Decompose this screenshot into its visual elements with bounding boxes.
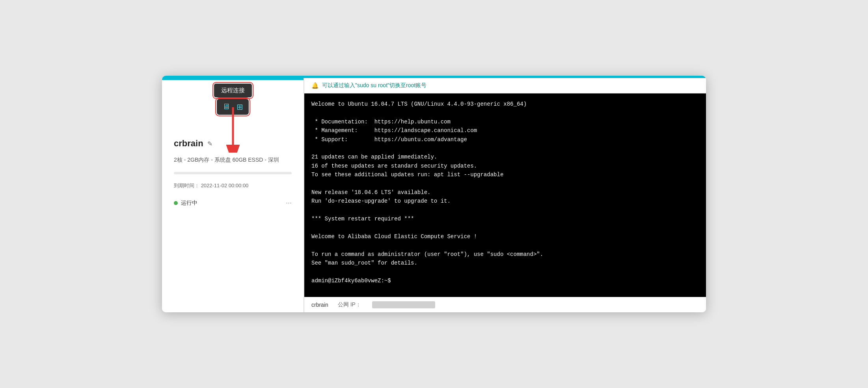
server-name-row: crbrain ✎: [174, 138, 292, 149]
expire-label: 到期时间：: [174, 183, 199, 188]
terminal-footer: crbrain 公网 IP：: [304, 297, 706, 312]
more-icon[interactable]: ···: [286, 199, 292, 207]
terminal-header: 🔔 可以通过输入"sudo su root"切换至root账号: [304, 78, 706, 93]
server-specs: 2核 - 2GB内存 - 系统盘 60GB ESSD - 深圳: [174, 156, 292, 164]
footer-ip-label: 公网 IP：: [338, 301, 361, 308]
footer-server-name: crbrain: [311, 302, 328, 308]
bell-icon: 🔔: [311, 82, 319, 89]
expire-value: 2022-11-02 00:00:00: [201, 183, 249, 188]
monitor-icon[interactable]: 🖥: [222, 102, 230, 112]
progress-bar: [174, 172, 292, 174]
expire-row: 到期时间： 2022-11-02 00:00:00: [174, 182, 292, 189]
server-card: crbrain ✎ 2核 - 2GB内存 - 系统盘 60GB ESSD - 深…: [162, 127, 304, 216]
window-content: 远程连接 🖥 ⊞: [162, 78, 706, 312]
left-panel: 远程连接 🖥 ⊞: [162, 78, 304, 312]
server-name: crbrain: [174, 138, 203, 149]
edit-icon[interactable]: ✎: [207, 140, 212, 147]
grid-icon[interactable]: ⊞: [237, 102, 243, 112]
status-text: 运行中: [181, 200, 197, 207]
toolbar-area: 远程连接 🖥 ⊞: [162, 78, 304, 115]
main-window: 远程连接 🖥 ⊞: [162, 76, 706, 312]
terminal-hint: 可以通过输入"sudo su root"切换至root账号: [322, 82, 427, 89]
remote-connect-wrapper: 远程连接 🖥 ⊞: [214, 84, 252, 115]
status-dot: [174, 201, 178, 205]
right-panel: 🔔 可以通过输入"sudo su root"切换至root账号 Welcome …: [304, 78, 706, 312]
status-row: 运行中 ···: [174, 199, 292, 207]
terminal-body[interactable]: Welcome to Ubuntu 16.04.7 LTS (GNU/Linux…: [304, 93, 706, 297]
remote-connect-button[interactable]: 远程连接: [214, 84, 252, 97]
remote-connect-dropdown: 🖥 ⊞: [217, 99, 249, 115]
footer-ip-value: [372, 301, 435, 308]
